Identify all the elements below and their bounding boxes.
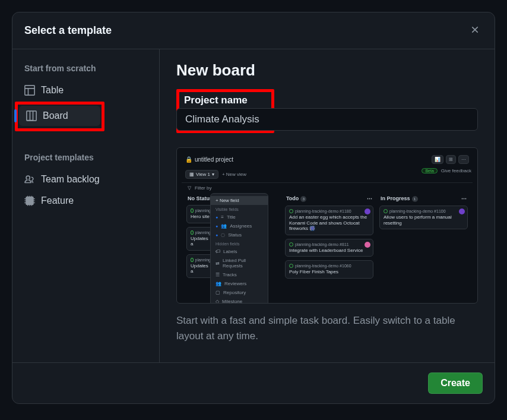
create-button[interactable]: Create [428, 372, 483, 394]
preview-new-view: + New view [222, 172, 246, 177]
templates-heading: Project templates [17, 148, 154, 167]
highlight-board: Board [15, 102, 104, 131]
close-icon [470, 24, 480, 37]
project-name-section: Project name [176, 89, 478, 140]
page-title: New board [176, 61, 478, 80]
beta-badge: Beta [422, 168, 437, 173]
sidebar-item-board[interactable]: Board [19, 106, 100, 126]
filter-label: Filter by [195, 185, 211, 191]
chart-icon: 📊 [432, 155, 443, 164]
preview-fields-dropdown: + New field Visible fields ●≡Title ●👥Ass… [210, 193, 268, 304]
filter-icon: ▽ [188, 185, 191, 191]
sidebar-label-board: Board [43, 110, 68, 121]
preview-view-tab: ▦View 1▾ [185, 170, 218, 179]
grid-icon: ⊞ [446, 155, 456, 164]
template-description: Start with a fast and simple task board.… [176, 313, 478, 343]
preview-image: 🔒 untitled project 📊 ⊞ ⋯ ▦View 1▾ + New … [176, 147, 478, 304]
board-icon [26, 110, 37, 121]
sidebar-item-team-backlog[interactable]: Team backlog [17, 169, 154, 190]
lock-icon: 🔒 [185, 156, 192, 163]
scratch-heading: Start from scratch [17, 59, 154, 78]
project-name-input[interactable] [176, 108, 478, 131]
project-name-label: Project name [179, 92, 269, 106]
close-button[interactable] [467, 22, 483, 39]
modal-title: Select a template [24, 24, 112, 37]
main-panel: New board Project name 🔒 untitled projec… [160, 49, 495, 362]
template-modal: Select a template Start from scratch Tab… [12, 12, 495, 404]
modal-footer: Create [12, 362, 495, 403]
sidebar-label-team-backlog: Team backlog [41, 174, 100, 185]
sidebar-item-feature[interactable]: Feature [17, 191, 154, 211]
modal-body: Start from scratch Table Board Project t… [12, 49, 495, 362]
sidebar: Start from scratch Table Board Project t… [12, 49, 160, 362]
sidebar-item-table[interactable]: Table [17, 80, 154, 100]
preview-project-title: 🔒 untitled project [185, 156, 233, 163]
modal-header: Select a template [12, 12, 495, 49]
people-icon [24, 174, 35, 185]
sidebar-label-feature: Feature [41, 195, 74, 206]
feature-icon [24, 195, 35, 206]
table-icon [24, 85, 35, 96]
sidebar-label-table: Table [41, 85, 64, 96]
feedback-link: Give feedback [441, 168, 471, 173]
more-icon: ⋯ [458, 155, 469, 164]
